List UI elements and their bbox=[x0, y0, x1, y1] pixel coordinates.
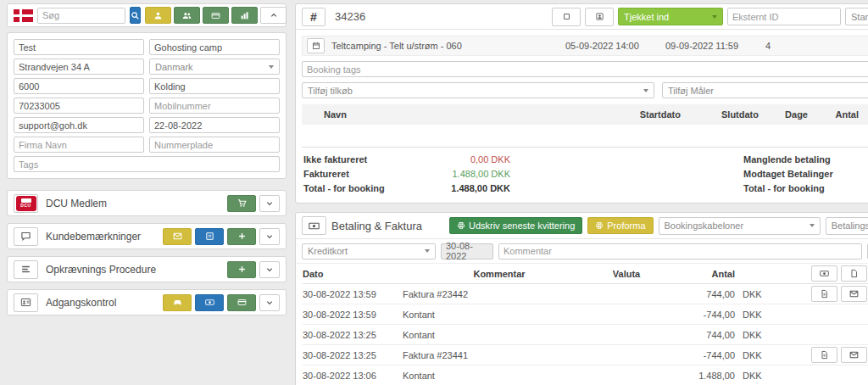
city-field[interactable] bbox=[149, 78, 280, 94]
booking-templates-select[interactable]: Bookingskabeloner bbox=[659, 217, 821, 235]
note-button[interactable] bbox=[195, 228, 224, 245]
payments-table-body: 30-08-2022 13:59 Faktura #23442 744,00 D… bbox=[303, 284, 868, 385]
col-kommentar: Kommentar bbox=[403, 269, 596, 279]
payment-comment: Faktura #23442 bbox=[403, 289, 596, 299]
printer-icon bbox=[457, 221, 465, 230]
printer-icon bbox=[595, 221, 604, 230]
vehicle-access-button[interactable] bbox=[163, 294, 192, 311]
payment-amount: -744,00 bbox=[657, 350, 735, 360]
email-field[interactable] bbox=[14, 117, 144, 133]
search-input[interactable] bbox=[37, 8, 125, 24]
booking-unit-row[interactable]: Teltcamping - Telt u/strøm - 060 05-09-2… bbox=[302, 36, 868, 56]
envelope-icon bbox=[849, 350, 859, 360]
country-select[interactable]: Danmark bbox=[149, 59, 280, 75]
payments-title: Betaling & Faktura bbox=[331, 220, 422, 232]
booking-items-table-header: Navn Startdato Slutdato Dage Antal Pris … bbox=[302, 104, 868, 125]
caret-down-icon bbox=[269, 65, 274, 69]
proforma-button[interactable]: Proforma bbox=[587, 217, 653, 234]
select-booking-button[interactable] bbox=[552, 8, 581, 26]
summary-label: Total - for booking bbox=[303, 181, 415, 196]
company-name-field[interactable] bbox=[14, 137, 144, 153]
cash-access-button[interactable] bbox=[195, 294, 224, 311]
guests-button[interactable] bbox=[174, 7, 200, 24]
print-last-receipt-button[interactable]: Udskriv seneste kvittering bbox=[449, 217, 582, 234]
booking-status-select[interactable]: Tjekket ind bbox=[618, 8, 723, 25]
bulk-document-button[interactable] bbox=[841, 265, 867, 282]
date-field[interactable] bbox=[149, 117, 280, 133]
envelope-icon bbox=[849, 289, 859, 299]
mobile-field[interactable] bbox=[149, 98, 280, 114]
phone-field[interactable] bbox=[14, 98, 144, 114]
external-id-input[interactable] bbox=[727, 8, 841, 25]
license-plate-field[interactable] bbox=[149, 137, 280, 153]
payment-currency: DKK bbox=[735, 350, 774, 360]
user-icon bbox=[153, 11, 163, 20]
expand-access-button[interactable] bbox=[259, 294, 280, 311]
dcu-cart-button[interactable] bbox=[227, 195, 256, 212]
booking-panel: # 34236 Tjekket ind Standard Teltcamping… bbox=[295, 3, 868, 382]
section-title: Adgangskontrol bbox=[46, 297, 116, 309]
section-kundebemaerkninger[interactable]: Kundebemærkninger bbox=[7, 223, 287, 249]
booking-tags-input[interactable] bbox=[302, 61, 868, 77]
add-meter-select[interactable]: Tilføj Måler bbox=[662, 82, 868, 98]
credit-card-icon bbox=[211, 11, 220, 20]
col-antal: Antal bbox=[808, 109, 859, 120]
customer-button[interactable] bbox=[145, 7, 171, 24]
expand-dcu-button[interactable] bbox=[259, 195, 280, 212]
section-title: DCU Medlem bbox=[46, 198, 107, 209]
add-note-button[interactable] bbox=[227, 228, 256, 245]
summary-value: 1.488,00 DKK bbox=[415, 181, 510, 196]
camp-field[interactable] bbox=[149, 39, 280, 55]
payment-card-button[interactable] bbox=[203, 7, 229, 24]
payment-summary: Manglende betaling0,00 €0,00 DKK Modtage… bbox=[743, 153, 868, 196]
send-note-button[interactable] bbox=[163, 228, 192, 245]
expand-procedure-button[interactable] bbox=[259, 261, 280, 278]
dcu-logo-icon: DCU bbox=[14, 194, 38, 213]
payment-date: 30-08-2022 13:59 bbox=[303, 289, 403, 299]
col-valuta: Valuta bbox=[596, 269, 657, 279]
email-invoice-button[interactable] bbox=[841, 347, 867, 363]
summary-label: Ikke faktureret bbox=[303, 153, 415, 167]
name-field[interactable] bbox=[14, 39, 144, 55]
search-button[interactable] bbox=[130, 7, 141, 24]
bulk-cash-button[interactable] bbox=[811, 265, 837, 282]
guest-list-button[interactable] bbox=[585, 8, 614, 26]
payment-date-field[interactable]: 30-08-2022 bbox=[441, 243, 493, 259]
statistics-button[interactable] bbox=[231, 7, 258, 24]
envelope-icon bbox=[173, 232, 182, 241]
summary-label: Total - for booking bbox=[743, 181, 868, 196]
addon-row: Tilføj tilkøb Tilføj Måler bbox=[302, 82, 868, 98]
payment-templates-select[interactable]: Betalingsskabeloner bbox=[826, 217, 868, 235]
id-card-icon bbox=[14, 293, 38, 312]
collapse-customer-button[interactable] bbox=[260, 7, 287, 24]
add-addon-select[interactable]: Tilføj tilkøb bbox=[302, 82, 654, 98]
address-field[interactable] bbox=[14, 59, 144, 75]
email-invoice-button[interactable] bbox=[841, 286, 867, 302]
zip-field[interactable] bbox=[14, 78, 144, 94]
payment-currency: DKK bbox=[735, 330, 774, 340]
open-pdf-button[interactable] bbox=[811, 347, 837, 363]
payment-amount: 744,00 bbox=[657, 330, 735, 340]
section-opkraevnings-procedure[interactable]: Opkrævnings Procedure bbox=[7, 256, 287, 282]
user-box-icon bbox=[595, 12, 604, 21]
payment-date: 30-08-2022 13:25 bbox=[303, 350, 403, 360]
expand-notes-button[interactable] bbox=[259, 228, 280, 245]
payment-comment-input[interactable] bbox=[498, 243, 862, 259]
add-procedure-button[interactable] bbox=[227, 261, 256, 278]
section-dcu-medlem[interactable]: DCU DCU Medlem bbox=[7, 190, 287, 216]
caret-down-icon bbox=[643, 89, 648, 92]
section-adgangskontrol[interactable]: Adgangskontrol bbox=[7, 289, 287, 315]
customer-tags-field[interactable] bbox=[14, 156, 280, 172]
chevron-down-icon bbox=[265, 232, 274, 241]
calendar-icon[interactable] bbox=[307, 38, 325, 53]
credit-card-icon bbox=[237, 298, 247, 307]
payment-method-select[interactable]: Kreditkort bbox=[302, 243, 436, 259]
caret-down-icon bbox=[712, 15, 717, 19]
speech-bubble-icon bbox=[14, 227, 38, 246]
booking-template-select[interactable]: Standard bbox=[845, 8, 868, 25]
card-access-button[interactable] bbox=[227, 294, 256, 311]
col-startdato: Startdato bbox=[600, 109, 681, 120]
open-pdf-button[interactable] bbox=[811, 286, 837, 302]
caret-down-icon bbox=[425, 249, 430, 253]
payment-row: 30-08-2022 13:59 Kontant -744,00 DKK bbox=[303, 304, 868, 325]
